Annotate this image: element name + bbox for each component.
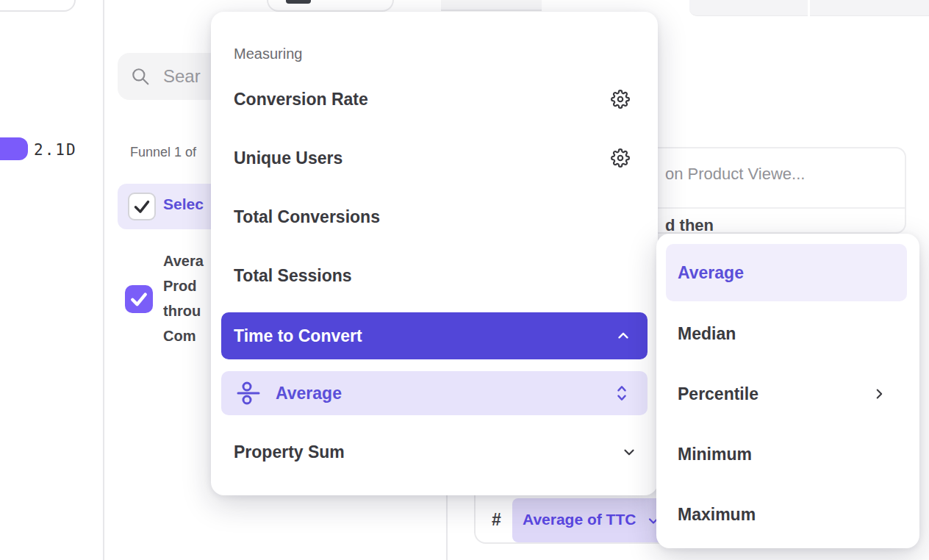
select-all-row[interactable]: Selec	[118, 184, 222, 229]
funnel-item-line: Avera	[163, 248, 216, 273]
series-color-badge	[0, 137, 28, 160]
agg-item-label: Average	[678, 263, 744, 283]
menu-item-total-sessions[interactable]: Total Sessions	[211, 246, 658, 305]
menu-item-label: Total Sessions	[234, 266, 352, 286]
left-pane-divider	[103, 0, 104, 560]
funnel-item-line: throu	[163, 298, 216, 323]
gear-icon[interactable]	[611, 148, 630, 168]
agg-item-label: Median	[678, 324, 736, 344]
agg-item-minimum[interactable]: Minimum	[656, 425, 919, 484]
agg-item-average[interactable]: Average	[666, 244, 907, 301]
menu-item-conversion-rate[interactable]: Conversion Rate	[211, 70, 658, 129]
step-then-label: d then	[665, 216, 714, 235]
header-segment	[441, 0, 542, 11]
toolbar-button[interactable]	[267, 0, 394, 12]
select-all-checkbox[interactable]	[128, 193, 156, 220]
search-placeholder: Sear	[163, 66, 201, 87]
app-screen: 2.1D Sear Funnel 1 of Selec Avera Prod t…	[0, 0, 929, 560]
agg-item-label: Percentile	[678, 384, 758, 404]
agg-item-label: Maximum	[678, 505, 756, 525]
menu-item-time-to-convert[interactable]: Time to Convert	[221, 312, 648, 359]
series-badge-label: 2.1D	[34, 141, 77, 159]
agg-item-maximum[interactable]: Maximum	[656, 485, 919, 544]
menu-item-property-sum[interactable]: Property Sum	[211, 423, 658, 481]
funnel-item-line: Prod	[163, 273, 216, 298]
menu-item-label: Time to Convert	[234, 326, 362, 346]
average-icon	[236, 381, 261, 406]
funnel-item-checkbox[interactable]	[125, 285, 153, 313]
agg-item-median[interactable]: Median	[656, 304, 919, 363]
menu-item-total-conversions[interactable]: Total Conversions	[211, 187, 658, 246]
menu-item-unique-users[interactable]: Unique Users	[211, 129, 658, 187]
menu-item-label: Total Conversions	[234, 207, 380, 227]
chevron-down-icon	[621, 444, 637, 460]
chevron-right-icon	[871, 386, 887, 402]
measuring-menu-title: Measuring	[234, 46, 302, 62]
menu-item-label: Unique Users	[234, 148, 342, 168]
menu-item-label: Average	[276, 384, 342, 403]
header-tab-left[interactable]	[689, 0, 808, 16]
metric-dropdown-label: Average of TTC	[523, 511, 636, 528]
funnel-item-line: Com	[163, 323, 216, 348]
top-left-card	[0, 0, 76, 12]
select-all-label: Selec	[163, 195, 204, 213]
aggregation-menu: Average Median Percentile Minimum Maximu…	[656, 234, 919, 548]
search-icon	[131, 67, 150, 86]
menu-subitem-average[interactable]: Average	[221, 371, 648, 415]
menu-item-label: Property Sum	[234, 442, 345, 462]
agg-item-percentile[interactable]: Percentile	[656, 365, 919, 423]
step-event-label[interactable]: on Product Viewe...	[665, 165, 805, 184]
metric-type-symbol: #	[492, 510, 501, 530]
menu-item-label: Conversion Rate	[234, 90, 368, 110]
funnel-count-label: Funnel 1 of	[130, 145, 196, 160]
measuring-menu: Measuring Conversion Rate Unique Users T…	[211, 12, 658, 495]
gear-icon[interactable]	[611, 90, 630, 109]
agg-item-label: Minimum	[678, 445, 752, 464]
funnel-item-description: Avera Prod throu Com	[163, 248, 216, 348]
chevron-up-icon	[615, 328, 631, 344]
toolbar-button-icon	[286, 0, 311, 4]
chevron-up-down-icon	[614, 384, 630, 403]
header-tab-right[interactable]	[810, 0, 929, 16]
